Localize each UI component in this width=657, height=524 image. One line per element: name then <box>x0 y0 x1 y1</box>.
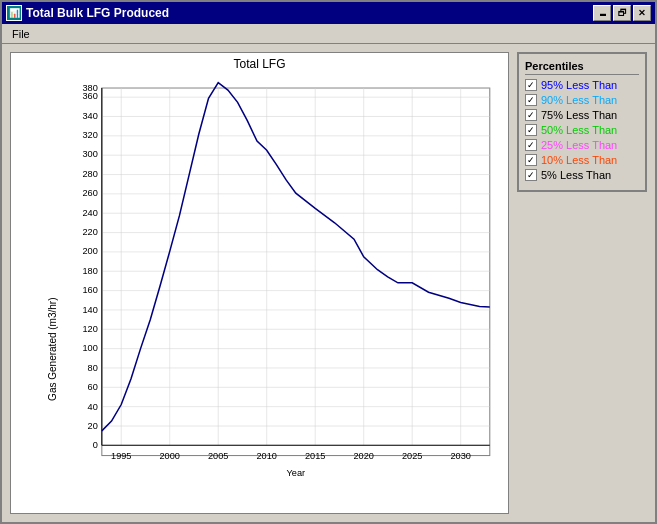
window-icon: 📊 <box>6 5 22 21</box>
svg-text:1995: 1995 <box>111 451 131 461</box>
legend-checkbox-75[interactable]: ✓ <box>525 109 537 121</box>
legend-item-50: ✓ 50% Less Than <box>525 124 639 136</box>
svg-text:220: 220 <box>82 227 97 237</box>
main-window: 📊 Total Bulk LFG Produced 🗕 🗗 ✕ File Tot… <box>0 0 657 524</box>
svg-text:320: 320 <box>82 130 97 140</box>
svg-text:2030: 2030 <box>450 451 470 461</box>
legend-checkbox-90[interactable]: ✓ <box>525 94 537 106</box>
chart-container: Gas Generated (m3/hr) <box>11 71 508 513</box>
legend-label-50: 50% Less Than <box>541 124 617 136</box>
legend-item-95: ✓ 95% Less Than <box>525 79 639 91</box>
menu-bar: File <box>2 24 655 44</box>
svg-text:Year: Year <box>287 468 306 478</box>
legend-label-90: 90% Less Than <box>541 94 617 106</box>
svg-text:380: 380 <box>82 83 97 93</box>
chart-svg: 0 20 40 60 80 100 120 140 160 180 200 22… <box>61 75 500 489</box>
legend-checkbox-95[interactable]: ✓ <box>525 79 537 91</box>
legend-panel: Percentiles ✓ 95% Less Than ✓ 90% Less T… <box>517 52 647 192</box>
legend-item-90: ✓ 90% Less Than <box>525 94 639 106</box>
legend-checkbox-25[interactable]: ✓ <box>525 139 537 151</box>
chart-area: Total LFG Gas Generated (m3/hr) <box>10 52 509 514</box>
minimize-button[interactable]: 🗕 <box>593 5 611 21</box>
legend-checkbox-5[interactable]: ✓ <box>525 169 537 181</box>
svg-text:120: 120 <box>82 324 97 334</box>
legend-label-75: 75% Less Than <box>541 109 617 121</box>
svg-text:20: 20 <box>88 421 98 431</box>
legend-title: Percentiles <box>525 60 639 75</box>
svg-text:280: 280 <box>82 169 97 179</box>
chart-title: Total LFG <box>233 57 285 71</box>
svg-text:80: 80 <box>88 363 98 373</box>
y-axis-label: Gas Generated (m3/hr) <box>47 298 58 401</box>
svg-text:2010: 2010 <box>257 451 277 461</box>
legend-label-5: 5% Less Than <box>541 169 611 181</box>
legend-checkbox-50[interactable]: ✓ <box>525 124 537 136</box>
svg-rect-0 <box>102 88 490 456</box>
legend-item-10: ✓ 10% Less Than <box>525 154 639 166</box>
svg-text:2005: 2005 <box>208 451 228 461</box>
svg-text:40: 40 <box>88 402 98 412</box>
svg-text:260: 260 <box>82 188 97 198</box>
svg-text:2000: 2000 <box>160 451 180 461</box>
title-bar-buttons: 🗕 🗗 ✕ <box>593 5 651 21</box>
svg-text:0: 0 <box>93 440 98 450</box>
legend-label-25: 25% Less Than <box>541 139 617 151</box>
legend-item-5: ✓ 5% Less Than <box>525 169 639 181</box>
svg-text:300: 300 <box>82 149 97 159</box>
svg-text:140: 140 <box>82 305 97 315</box>
legend-checkbox-10[interactable]: ✓ <box>525 154 537 166</box>
menu-file[interactable]: File <box>6 27 36 41</box>
svg-text:160: 160 <box>82 285 97 295</box>
svg-text:100: 100 <box>82 343 97 353</box>
svg-text:2015: 2015 <box>305 451 325 461</box>
title-bar: 📊 Total Bulk LFG Produced 🗕 🗗 ✕ <box>2 2 655 24</box>
legend-label-95: 95% Less Than <box>541 79 617 91</box>
svg-text:200: 200 <box>82 246 97 256</box>
svg-text:60: 60 <box>88 382 98 392</box>
content-area: Total LFG Gas Generated (m3/hr) <box>2 44 655 522</box>
svg-text:180: 180 <box>82 266 97 276</box>
svg-text:340: 340 <box>82 111 97 121</box>
legend-item-25: ✓ 25% Less Than <box>525 139 639 151</box>
svg-text:240: 240 <box>82 208 97 218</box>
svg-text:2020: 2020 <box>354 451 374 461</box>
legend-item-75: ✓ 75% Less Than <box>525 109 639 121</box>
close-button[interactable]: ✕ <box>633 5 651 21</box>
legend-label-10: 10% Less Than <box>541 154 617 166</box>
window-title: Total Bulk LFG Produced <box>26 6 593 20</box>
svg-text:2025: 2025 <box>402 451 422 461</box>
maximize-button[interactable]: 🗗 <box>613 5 631 21</box>
